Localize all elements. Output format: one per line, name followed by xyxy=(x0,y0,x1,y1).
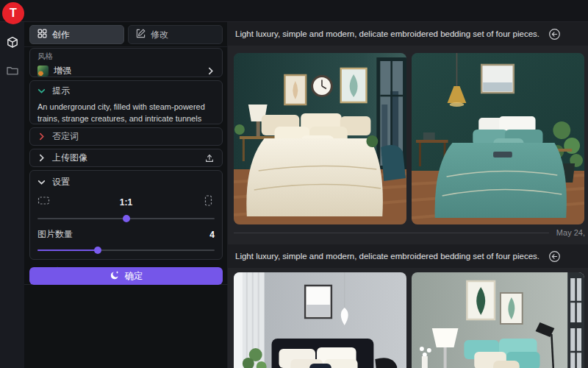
avatar[interactable]: T xyxy=(2,2,24,24)
generated-image-2[interactable] xyxy=(412,53,584,224)
confirm-button[interactable]: 确定 xyxy=(29,267,223,285)
tab-modify-label: 修改 xyxy=(151,29,168,41)
chevron-right-icon xyxy=(37,154,46,162)
style-value: 增强 xyxy=(54,65,71,77)
bedroom-scene-white-navy xyxy=(234,272,406,368)
cube-icon xyxy=(6,36,19,52)
tab-create[interactable]: 创作 xyxy=(29,25,124,44)
generated-image-4[interactable] xyxy=(412,272,584,368)
negative-prompt-section[interactable]: 否定词 xyxy=(29,127,223,146)
folder-icon xyxy=(6,64,19,80)
gallery-prompt-text: Light luxury, simple and modern, delicat… xyxy=(235,29,539,38)
icon-rail xyxy=(0,22,24,368)
gallery-prompt-row: Light luxury, simple and modern, delicat… xyxy=(228,244,588,268)
grid-icon xyxy=(37,29,47,40)
style-thumbnail xyxy=(37,66,49,77)
image-count-slider[interactable] xyxy=(37,245,215,255)
generated-image-3[interactable] xyxy=(234,272,406,368)
date-divider: May 24, xyxy=(234,227,585,238)
edit-icon xyxy=(136,29,146,40)
reuse-prompt-icon[interactable] xyxy=(548,250,561,263)
reuse-prompt-icon[interactable] xyxy=(548,28,561,40)
image-count-label: 图片数量 xyxy=(37,228,73,241)
gallery-prompt-row: Light luxury, simple and modern, delicat… xyxy=(228,22,588,46)
bedroom-scene-aqua xyxy=(412,272,584,368)
image-count-value: 4 xyxy=(209,230,215,240)
gallery: Light luxury, simple and modern, delicat… xyxy=(228,22,588,368)
app-window: T xyxy=(0,0,588,368)
chevron-right-icon xyxy=(37,132,46,141)
slider-handle[interactable] xyxy=(94,247,101,254)
prompt-label: 提示 xyxy=(52,85,70,97)
upload-icon[interactable] xyxy=(204,153,215,163)
tab-create-label: 创作 xyxy=(52,29,70,41)
chevron-down-icon xyxy=(37,178,46,186)
style-label: 风格 xyxy=(37,52,215,62)
mode-tabs: 创作 修改 xyxy=(29,25,223,44)
settings-header[interactable]: 设置 xyxy=(37,176,215,188)
upload-image-label: 上传图像 xyxy=(52,152,87,164)
date-label: May 24, xyxy=(556,228,585,237)
bedroom-scene-teal xyxy=(412,53,584,224)
aspect-ratio-value: 1:1 xyxy=(50,197,202,208)
generated-image-1[interactable] xyxy=(234,53,406,224)
prompt-section: 提示 An underground city, filled with stea… xyxy=(29,80,223,124)
upload-image-section[interactable]: 上传图像 xyxy=(29,149,223,167)
chevron-right-icon xyxy=(207,67,215,75)
chevron-down-icon xyxy=(37,87,46,95)
avatar-letter: T xyxy=(10,7,17,20)
bedroom-scene-cream xyxy=(234,53,406,224)
sidebar-item-models[interactable] xyxy=(0,33,24,55)
moon-icon xyxy=(110,270,120,283)
sidebar-item-files[interactable] xyxy=(0,61,24,83)
top-header xyxy=(0,0,588,22)
aspect-ratio-slider[interactable] xyxy=(37,213,215,224)
portrait-ratio-icon[interactable] xyxy=(202,195,215,209)
gallery-prompt-text: Light luxury, simple and modern, delicat… xyxy=(235,252,539,261)
landscape-ratio-icon[interactable] xyxy=(37,195,50,209)
confirm-label: 确定 xyxy=(125,270,143,283)
prompt-header[interactable]: 提示 xyxy=(37,85,215,97)
tabs-divider xyxy=(24,46,228,47)
settings-section: 设置 1:1 图片数量 4 xyxy=(29,170,223,260)
control-panel: 创作 修改 风格 增强 xyxy=(24,22,228,368)
tab-modify[interactable]: 修改 xyxy=(128,25,223,44)
settings-label: 设置 xyxy=(52,176,70,188)
style-section[interactable]: 风格 增强 xyxy=(29,48,223,77)
slider-handle[interactable] xyxy=(123,215,130,222)
negative-prompt-label: 否定词 xyxy=(52,130,79,143)
